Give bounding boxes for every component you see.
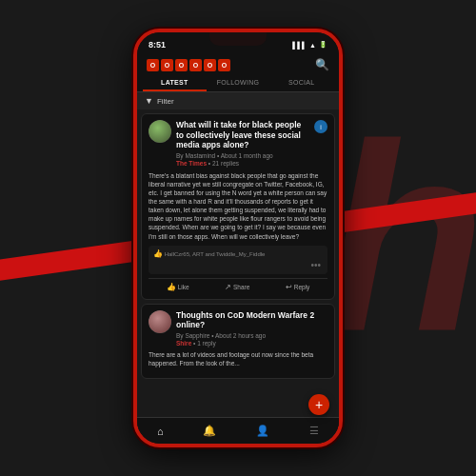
share-label-1: Share	[233, 284, 249, 290]
wifi-icon: ▲	[309, 42, 316, 49]
post-1-time: About 1 month ago	[221, 152, 273, 159]
post-2-author: By Sapphire	[176, 332, 209, 339]
phone-notch	[209, 32, 267, 46]
like-button-1[interactable]: 👍 Like	[167, 283, 189, 291]
post-2-time: About 2 hours ago	[215, 332, 266, 339]
tab-latest[interactable]: LATEST	[143, 75, 207, 91]
post-1-avatar	[149, 120, 171, 143]
app-logo: O O O O O O	[147, 59, 230, 71]
share-icon-1: ↗	[225, 283, 231, 291]
thumb-icon: 👍	[153, 249, 163, 258]
comment-user-names: HallCzr65, ART and Twiddle_My_Fiddle	[165, 251, 266, 257]
nav-profile-icon[interactable]: 👤	[256, 425, 269, 437]
post-2-title: Thoughts on CoD Modern Warfare 2 online?	[176, 310, 327, 330]
avatar-image-2	[149, 310, 171, 333]
nav-bell-icon[interactable]: 🔔	[203, 425, 216, 437]
comment-preview-1: 👍 HallCzr65, ART and Twiddle_My_Fiddle •…	[149, 246, 327, 274]
post-1-meta: By Mastamind • About 1 month ago	[176, 152, 309, 159]
post-card-1: What will it take for black people to co…	[141, 113, 335, 300]
logo-box-4: O	[189, 59, 202, 71]
scroll-content: ▼ Filter What will it take for black peo…	[137, 92, 339, 432]
share-button-1[interactable]: ↗ Share	[225, 283, 249, 291]
post-2-replies: • 1 reply	[193, 340, 216, 347]
logo-box-3: O	[175, 59, 188, 71]
post-1-header: What will it take for black people to co…	[149, 120, 327, 168]
reply-label-1: Reply	[294, 284, 310, 290]
background-logo: h	[323, 86, 476, 391]
phone-frame: 8:51 ▌▌▌ ▲ 🔋 O O O O O O 🔍 LATEST FOLLOW…	[133, 29, 343, 447]
tabs-bar: LATEST FOLLOWING SOCIAL	[137, 75, 339, 92]
post-1-author: By Mastamind	[176, 152, 215, 159]
filter-label: Filter	[157, 97, 174, 106]
status-time: 8:51	[149, 40, 166, 50]
bottom-nav: ⌂ 🔔 👤 ☰	[137, 417, 339, 444]
post-1-title: What will it take for black people to co…	[176, 120, 309, 150]
post-2-source-row: Shire • 1 reply	[176, 340, 327, 347]
search-button[interactable]: 🔍	[315, 58, 329, 71]
logo-box-2: O	[161, 59, 173, 71]
post-2-meta: By Sapphire • About 2 hours ago	[176, 332, 327, 339]
tab-following[interactable]: FOLLOWING	[207, 75, 270, 91]
reply-icon-1: ↩	[286, 283, 292, 291]
app-header: O O O O O O 🔍	[137, 52, 339, 75]
post-card-2: Thoughts on CoD Modern Warfare 2 online?…	[141, 304, 335, 379]
post-1-action-bar: 👍 Like ↗ Share ↩ Reply	[149, 278, 327, 293]
outer-wrapper: h 8:51 ▌▌▌ ▲ 🔋 O O O O O O 🔍	[0, 0, 476, 476]
post-1-body: There's a blatant bias against black peo…	[149, 171, 327, 241]
post-2-body: There are a lot of videos and footage ou…	[149, 350, 327, 367]
post-2-avatar	[149, 310, 171, 333]
like-label-1: Like	[178, 284, 189, 290]
comment-users: 👍 HallCzr65, ART and Twiddle_My_Fiddle	[153, 249, 323, 258]
nav-menu-icon[interactable]: ☰	[309, 425, 319, 437]
fab-button[interactable]: +	[308, 394, 329, 415]
post-2-title-area: Thoughts on CoD Modern Warfare 2 online?…	[176, 310, 327, 347]
signal-icon: ▌▌▌	[292, 42, 307, 49]
filter-bar[interactable]: ▼ Filter	[137, 92, 339, 109]
battery-icon: 🔋	[319, 41, 327, 49]
post-2-source: Shire	[176, 340, 191, 347]
post-1-source: The Times	[176, 160, 207, 167]
logo-box-6: O	[218, 59, 230, 71]
post-1-info-icon[interactable]: i	[314, 120, 327, 133]
logo-box-1: O	[147, 59, 159, 71]
filter-icon: ▼	[145, 96, 153, 106]
reply-button-1[interactable]: ↩ Reply	[286, 283, 310, 291]
logo-box-5: O	[204, 59, 216, 71]
post-1-replies: • 21 replies	[208, 160, 239, 167]
nav-home-icon[interactable]: ⌂	[157, 426, 164, 437]
tab-social[interactable]: SOCIAL	[269, 75, 333, 91]
post-1-dots-menu[interactable]: •••	[308, 260, 323, 270]
post-1-title-area: What will it take for black people to co…	[176, 120, 309, 168]
status-icons: ▌▌▌ ▲ 🔋	[292, 41, 327, 49]
avatar-image-1	[149, 120, 171, 143]
like-icon-1: 👍	[167, 283, 176, 291]
post-2-header: Thoughts on CoD Modern Warfare 2 online?…	[149, 310, 327, 347]
post-1-source-row: The Times • 21 replies	[176, 160, 309, 167]
